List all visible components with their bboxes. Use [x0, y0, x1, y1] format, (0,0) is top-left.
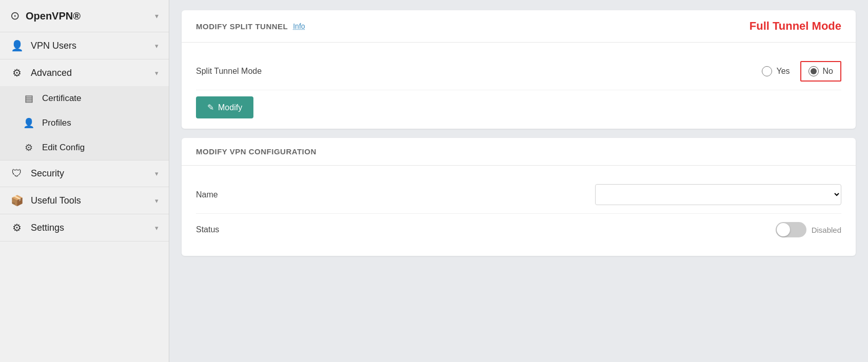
modify-button-label: Modify	[218, 103, 242, 112]
split-tunnel-no-radio[interactable]	[808, 66, 819, 76]
main-content: MODIFY SPLIT TUNNEL Info Full Tunnel Mod…	[169, 0, 868, 362]
split-tunnel-no-label: No	[823, 67, 833, 76]
split-tunnel-info-link[interactable]: Info	[293, 22, 305, 30]
modify-button[interactable]: ✎ Modify	[196, 96, 253, 118]
edit-config-label: Edit Config	[42, 143, 85, 153]
sidebar-item-useful-tools[interactable]: 📦 Useful Tools ▾	[0, 187, 169, 214]
split-tunnel-mode-label: Split Tunnel Mode	[196, 67, 762, 76]
security-chevron-icon: ▾	[155, 170, 159, 177]
security-icon: 🛡	[10, 168, 24, 179]
split-tunnel-title: MODIFY SPLIT TUNNEL	[196, 22, 288, 31]
full-tunnel-mode-badge: Full Tunnel Mode	[749, 19, 841, 33]
advanced-chevron-icon: ▾	[155, 69, 159, 77]
sidebar-section-settings: ⚙ Settings ▾	[0, 214, 169, 242]
advanced-sub-items: ▤ Certificate 👤 Profiles ⚙ Edit Config	[0, 86, 169, 160]
vpn-config-status-row: Status Disabled	[196, 214, 841, 246]
split-tunnel-yes-label: Yes	[776, 67, 790, 76]
sidebar: ⊙ OpenVPN® ▾ 👤 VPN Users ▾ ⚙ Advanced ▾ …	[0, 0, 169, 362]
sidebar-header-chevron-icon: ▾	[155, 12, 159, 20]
vpn-config-card-body: Name Status Disabled	[182, 166, 856, 256]
vpn-users-icon: 👤	[10, 39, 24, 52]
certificate-icon: ▤	[23, 93, 35, 104]
status-toggle-thumb	[777, 223, 790, 236]
sidebar-useful-tools-label: Useful Tools	[31, 195, 81, 206]
vpn-config-card-header: MODIFY VPN CONFIGURATION	[182, 138, 856, 166]
split-tunnel-yes-option[interactable]: Yes	[762, 66, 790, 76]
sidebar-advanced-label: Advanced	[31, 68, 72, 78]
certificate-label: Certificate	[42, 93, 82, 104]
sidebar-section-advanced: ⚙ Advanced ▾ ▤ Certificate 👤 Profiles ⚙ …	[0, 59, 169, 160]
vpn-config-status-label: Status	[196, 225, 776, 234]
status-toggle-label: Disabled	[812, 226, 841, 234]
split-tunnel-card: MODIFY SPLIT TUNNEL Info Full Tunnel Mod…	[182, 10, 856, 129]
sidebar-section-vpn-users: 👤 VPN Users ▾	[0, 32, 169, 59]
sidebar-header[interactable]: ⊙ OpenVPN® ▾	[0, 0, 169, 32]
vpn-config-status-controls: Disabled	[776, 222, 841, 237]
name-select[interactable]	[595, 184, 841, 205]
status-toggle-wrapper: Disabled	[776, 222, 841, 237]
settings-icon: ⚙	[10, 222, 24, 234]
sidebar-vpn-users-label: VPN Users	[31, 41, 76, 51]
sidebar-item-advanced[interactable]: ⚙ Advanced ▾	[0, 59, 169, 86]
profiles-icon: 👤	[23, 117, 35, 129]
sidebar-settings-label: Settings	[31, 223, 64, 233]
sidebar-security-label: Security	[31, 168, 64, 179]
edit-config-icon: ⚙	[23, 142, 35, 153]
split-tunnel-radio-group: Yes No	[762, 61, 841, 82]
vpn-config-card: MODIFY VPN CONFIGURATION Name Status	[182, 138, 856, 256]
vpn-users-chevron-icon: ▾	[155, 42, 159, 50]
split-tunnel-yes-radio[interactable]	[762, 66, 772, 76]
sidebar-item-certificate[interactable]: ▤ Certificate	[0, 86, 169, 111]
settings-chevron-icon: ▾	[155, 224, 159, 232]
profiles-label: Profiles	[42, 118, 71, 128]
vpn-config-title: MODIFY VPN CONFIGURATION	[196, 147, 317, 156]
modify-icon: ✎	[207, 103, 214, 112]
openvpn-icon: ⊙	[10, 9, 19, 23]
split-tunnel-card-header: MODIFY SPLIT TUNNEL Info Full Tunnel Mod…	[182, 10, 856, 43]
split-tunnel-mode-row: Split Tunnel Mode Yes No	[196, 53, 841, 90]
split-tunnel-no-highlighted: No	[800, 61, 841, 82]
sidebar-item-edit-config[interactable]: ⚙ Edit Config	[0, 135, 169, 160]
sidebar-app-title: OpenVPN®	[26, 10, 81, 22]
sidebar-item-profiles[interactable]: 👤 Profiles	[0, 111, 169, 135]
useful-tools-icon: 📦	[10, 194, 24, 207]
useful-tools-chevron-icon: ▾	[155, 197, 159, 205]
sidebar-item-vpn-users[interactable]: 👤 VPN Users ▾	[0, 32, 169, 59]
advanced-icon: ⚙	[10, 67, 24, 79]
sidebar-item-security[interactable]: 🛡 Security ▾	[0, 160, 169, 187]
vpn-config-name-label: Name	[196, 190, 595, 199]
split-tunnel-no-option[interactable]: No	[808, 66, 833, 76]
status-toggle-track[interactable]	[776, 222, 806, 237]
vpn-config-name-row: Name	[196, 176, 841, 214]
vpn-config-name-controls	[595, 184, 841, 205]
split-tunnel-card-body: Split Tunnel Mode Yes No ✎ M	[182, 43, 856, 129]
sidebar-item-settings[interactable]: ⚙ Settings ▾	[0, 214, 169, 241]
sidebar-section-useful-tools: 📦 Useful Tools ▾	[0, 187, 169, 214]
sidebar-section-security: 🛡 Security ▾	[0, 160, 169, 187]
